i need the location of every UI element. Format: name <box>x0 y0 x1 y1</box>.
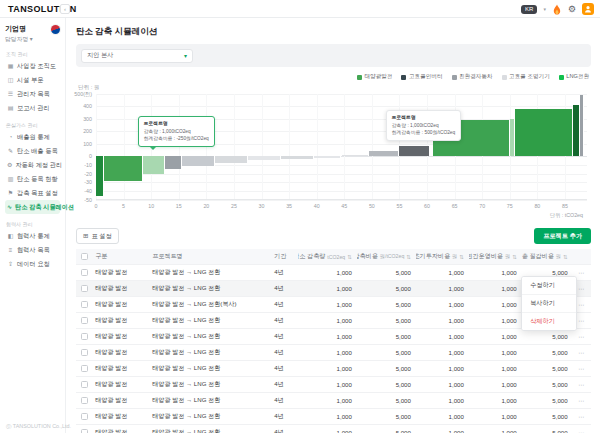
company-block[interactable]: 기업명 담당자명 ▾ <box>5 24 60 44</box>
sort-icon[interactable]: ⇅ <box>512 254 517 260</box>
sort-icon[interactable]: ⇅ <box>406 254 411 260</box>
table-settings-button[interactable]: ⊞ 표 설정 <box>76 228 119 244</box>
legend-item[interactable]: 친환경자동차 <box>452 73 493 81</box>
table-row[interactable]: 태양광 발전태양광 발전 → LNG 전환4년1,0005,0001,0001,… <box>76 329 591 345</box>
sidebar-item[interactable]: ⚑감축 목표 설정 <box>5 186 60 200</box>
sidebar-item[interactable]: ◔배출원 통계 <box>5 130 60 144</box>
table-row[interactable]: 태양광 발전태양광 발전 → LNG 전환4년1,0005,0001,0001,… <box>76 377 591 393</box>
row-checkbox[interactable] <box>81 317 88 324</box>
v-gridline <box>124 94 125 199</box>
table-row[interactable]: 태양광 발전태양광 발전 → LNG 전환4년1,0005,0001,0001,… <box>76 409 591 425</box>
column-header[interactable]: 프로젝트명 <box>147 249 269 265</box>
table-row[interactable]: 태양광 발전태양광 발전 → LNG 전환4년1,0005,0001,0001,… <box>76 281 591 297</box>
sidebar-item[interactable]: ◧협력사 통계 <box>5 229 60 243</box>
sidebar-item-label: 데이터 요청 <box>17 260 50 269</box>
row-checkbox[interactable] <box>81 365 88 372</box>
macc-bar[interactable] <box>573 105 580 156</box>
table-row[interactable]: 태양광 발전태양광 발전 → LNG 전환4년1,0005,0001,0001,… <box>76 265 591 281</box>
macc-bar[interactable] <box>399 146 429 156</box>
column-header[interactable]: 기간 <box>269 249 297 265</box>
row-checkbox[interactable] <box>81 269 88 276</box>
row-checkbox[interactable] <box>81 397 88 404</box>
context-menu-item[interactable]: 복사하기 <box>522 294 576 312</box>
row-actions-button[interactable]: ⋯ <box>573 345 591 361</box>
select-all-checkbox[interactable] <box>81 253 88 260</box>
macc-bar[interactable] <box>182 156 215 166</box>
sort-icon[interactable]: ⇅ <box>347 254 352 260</box>
macc-bar[interactable] <box>342 155 370 156</box>
row-actions-button[interactable]: ⋯ <box>573 377 591 393</box>
macc-bar[interactable] <box>215 156 248 163</box>
sidebar-item[interactable]: ∿탄소 감축 시뮬레이션 <box>5 200 60 214</box>
macc-bar[interactable] <box>369 151 399 156</box>
row-checkbox[interactable] <box>81 349 88 356</box>
sidebar-item[interactable]: ≡협력사 목록 <box>5 243 60 257</box>
sidebar-item-label: 탄소 등록 현황 <box>17 175 58 184</box>
sidebar-item[interactable]: ⇪데이터 요청 <box>5 257 60 271</box>
row-actions-button[interactable]: ⋯ <box>573 329 591 345</box>
row-actions-button[interactable]: ⋯ <box>573 425 591 433</box>
row-checkbox[interactable] <box>81 429 88 433</box>
macc-bar[interactable] <box>314 156 342 158</box>
context-menu-item[interactable]: 수정하기 <box>522 277 576 294</box>
sidebar-item[interactable]: ⚙자동화 계정 관리 <box>5 158 60 172</box>
settings-gear-icon[interactable]: ⚙ <box>568 5 576 14</box>
manager-list-icon: ☰ <box>7 91 14 97</box>
sidebar-toggle-button[interactable]: ‹ <box>60 4 70 14</box>
legend-item[interactable]: 고효율인버터 <box>401 73 442 81</box>
row-checkbox[interactable] <box>81 285 88 292</box>
macc-bar[interactable] <box>515 109 573 156</box>
cell-macc: 5,000 <box>357 425 416 433</box>
macc-bar[interactable] <box>580 95 584 156</box>
sort-icon[interactable]: ⇅ <box>459 254 464 260</box>
table-row[interactable]: 태양광 발전태양광 발전 → LNG 전환(복사)4년1,0005,0001,0… <box>76 297 591 313</box>
column-header-content: 초기투자비용원⇅ <box>421 252 464 261</box>
legend-item[interactable]: LNG전환 <box>559 73 589 81</box>
sidebar-item[interactable]: ◫시설 부문 <box>5 73 60 87</box>
sidebar-item[interactable]: ☰관리자 목록 <box>5 87 60 101</box>
language-selector[interactable]: KR <box>521 5 537 14</box>
sort-icon[interactable]: ⇅ <box>563 254 568 260</box>
column-unit-label: 원 <box>452 253 457 260</box>
table-row[interactable]: 태양광 발전태양광 발전 → LNG 전환4년1,0005,0001,0001,… <box>76 313 591 329</box>
sidebar-item[interactable]: ▤보고서 관리 <box>5 101 60 115</box>
row-actions-button[interactable]: ⋯ <box>573 393 591 409</box>
legend-item[interactable]: 태양광발전 <box>357 73 392 81</box>
row-actions-button[interactable]: ⋯ <box>573 409 591 425</box>
sidebar-item[interactable]: ▦사업장 조직도 <box>5 59 60 73</box>
row-checkbox[interactable] <box>81 333 88 340</box>
row-actions-button[interactable]: ⋯ <box>573 361 591 377</box>
column-header[interactable]: 총 절감비용원⇅ <box>522 249 573 265</box>
macc-bar[interactable] <box>165 156 182 169</box>
legend-item[interactable]: 고효율 조명기기 <box>502 73 550 81</box>
context-menu-item[interactable]: 삭제하기 <box>522 312 576 330</box>
projects-table: 구분프로젝트명기간총 탄소 감축량tCO2eq⇅한계감축비용원/tCO2eq⇅초… <box>76 249 591 433</box>
flame-icon[interactable] <box>552 4 562 15</box>
table-row[interactable]: 태양광 발전태양광 발전 → LNG 전환4년1,0005,0001,0001,… <box>76 345 591 361</box>
column-header[interactable]: 구분 <box>90 249 147 265</box>
tooltip-line: 프로젝트명 <box>392 114 455 122</box>
table-row[interactable]: 태양광 발전태양광 발전 → LNG 전환4년1,0005,0001,0001,… <box>76 393 591 409</box>
sidebar-item[interactable]: ✎탄소 배출 등록 <box>5 144 60 158</box>
row-checkbox[interactable] <box>81 301 88 308</box>
table-row[interactable]: 태양광 발전태양광 발전 → LNG 전환4년1,0005,0001,0001,… <box>76 361 591 377</box>
user-avatar[interactable] <box>582 3 594 15</box>
row-checkbox[interactable] <box>81 381 88 388</box>
add-project-button[interactable]: 프로젝트 추가 <box>534 228 591 244</box>
row-checkbox[interactable] <box>81 413 88 420</box>
site-select[interactable]: 지안 본사 ▾ <box>81 49 193 63</box>
table-row[interactable]: 태양광 발전태양광 발전 → LNG 전환4년1,0005,0001,0001,… <box>76 425 591 433</box>
column-header[interactable]: 연간운영비용원⇅ <box>469 249 522 265</box>
macc-bar[interactable] <box>104 156 143 181</box>
macc-bar[interactable] <box>143 156 165 174</box>
column-header[interactable]: 초기투자비용원⇅ <box>416 249 469 265</box>
macc-bar[interactable] <box>281 156 314 159</box>
legend-swatch-icon <box>559 75 564 80</box>
emission-stats-icon: ◔ <box>7 134 14 140</box>
sidebar-item[interactable]: ▥탄소 등록 현황 <box>5 172 60 186</box>
macc-bar[interactable] <box>248 156 281 160</box>
macc-bar[interactable] <box>96 156 104 196</box>
column-header[interactable]: 총 탄소 감축량tCO2eq⇅ <box>298 249 357 265</box>
column-header[interactable]: 한계감축비용원/tCO2eq⇅ <box>357 249 416 265</box>
row-checkbox-cell <box>76 297 90 313</box>
